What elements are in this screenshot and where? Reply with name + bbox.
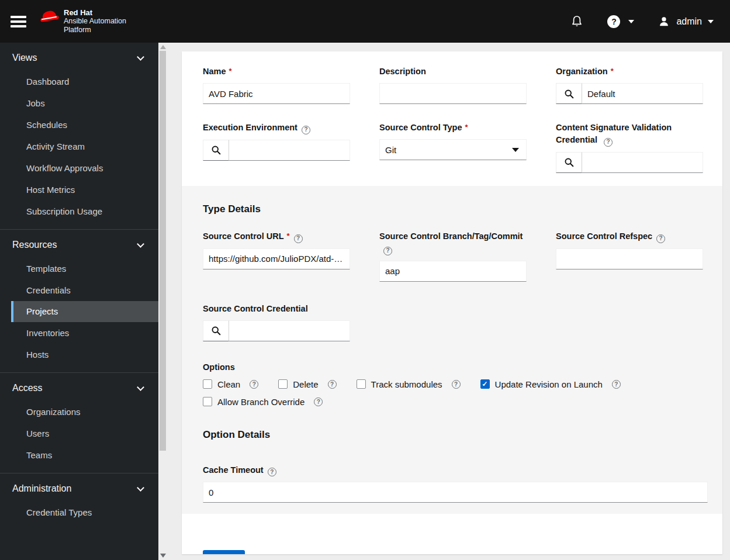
scrollbar-thumb[interactable] xyxy=(160,51,166,451)
cache-timeout-field-group: Cache Timeout xyxy=(203,464,708,503)
track-submodules-checkbox-item[interactable]: Track submodules xyxy=(357,379,461,389)
organization-label: Organization* xyxy=(556,65,703,78)
nav-group-administration-header[interactable]: Administration xyxy=(0,473,158,502)
sidebar-item-workflow-approvals[interactable]: Workflow Approvals xyxy=(0,157,158,179)
help-icon[interactable] xyxy=(656,234,665,243)
checkbox[interactable] xyxy=(357,379,366,389)
cache-timeout-label: Cache Timeout xyxy=(203,464,708,477)
source-control-refspec-label: Source Control Refspec xyxy=(556,230,703,243)
checkbox[interactable] xyxy=(278,379,288,389)
scrollbar-up-arrow-icon[interactable] xyxy=(160,45,166,49)
execution-environment-search-button[interactable] xyxy=(203,140,229,161)
source-control-url-input[interactable] xyxy=(203,248,350,269)
sidebar-item-hosts[interactable]: Hosts xyxy=(0,344,158,365)
content-signature-credential-search-button[interactable] xyxy=(556,152,582,173)
update-revision-checkbox-item[interactable]: Update Revision on Launch xyxy=(480,379,621,389)
caret-down-icon xyxy=(512,148,519,152)
brand-line3: Platform xyxy=(64,26,126,34)
brand-line1: Red Hat xyxy=(64,8,126,17)
brand-logo: Red Hat Ansible Automation Platform xyxy=(40,8,126,34)
source-control-url-field-group: Source Control URL* xyxy=(203,230,350,269)
source-control-branch-input[interactable] xyxy=(379,261,527,282)
options-row-2: Allow Branch Override xyxy=(203,397,708,407)
sidebar-scrollbar[interactable] xyxy=(158,43,167,560)
help-icon[interactable] xyxy=(250,380,258,389)
nav-toggle-icon[interactable] xyxy=(11,13,26,30)
nav-group-views: Views Dashboard Jobs Schedules Activity … xyxy=(0,43,158,229)
content-signature-credential-input[interactable] xyxy=(582,152,703,173)
search-icon xyxy=(564,157,574,167)
clean-checkbox-item[interactable]: Clean xyxy=(203,379,258,389)
brand-text: Red Hat Ansible Automation Platform xyxy=(64,8,126,34)
sidebar-item-credential-types[interactable]: Credential Types xyxy=(0,502,158,523)
source-control-refspec-input[interactable] xyxy=(556,248,703,269)
sidebar-item-host-metrics[interactable]: Host Metrics xyxy=(0,179,158,201)
nav-group-label: Resources xyxy=(12,240,57,250)
nav-group-administration: Administration Credential Types xyxy=(0,473,158,530)
description-input[interactable] xyxy=(379,83,527,104)
nav-group-label: Administration xyxy=(12,483,71,494)
description-label: Description xyxy=(379,65,527,78)
nav-group-resources-header[interactable]: Resources xyxy=(0,230,158,258)
source-control-credential-input[interactable] xyxy=(229,320,350,341)
sidebar-item-schedules[interactable]: Schedules xyxy=(0,114,158,136)
save-button[interactable]: Save xyxy=(203,550,245,554)
chevron-down-icon xyxy=(137,383,144,391)
nav-group-label: Access xyxy=(12,383,43,393)
source-control-credential-field-group: Source Control Credential xyxy=(203,303,350,341)
question-circle-icon: ? xyxy=(607,15,620,28)
help-menu-button[interactable]: ? xyxy=(607,15,634,28)
source-control-refspec-field-group: Source Control Refspec xyxy=(556,230,703,269)
source-control-credential-search-button[interactable] xyxy=(203,320,229,341)
search-icon xyxy=(211,145,221,155)
help-icon[interactable] xyxy=(268,468,276,476)
delete-checkbox-item[interactable]: Delete xyxy=(278,379,336,389)
allow-branch-override-checkbox-item[interactable]: Allow Branch Override xyxy=(203,397,323,407)
required-asterisk: * xyxy=(287,231,290,240)
sidebar-item-inventories[interactable]: Inventories xyxy=(0,322,158,344)
organization-search-button[interactable] xyxy=(556,83,582,104)
checkbox[interactable] xyxy=(480,379,490,389)
sidebar-item-users[interactable]: Users xyxy=(0,423,158,444)
nav-group-access-header[interactable]: Access xyxy=(0,373,158,401)
checkbox[interactable] xyxy=(203,397,212,406)
help-icon[interactable] xyxy=(604,138,613,147)
help-icon[interactable] xyxy=(294,234,303,243)
scrollbar-down-arrow-icon[interactable] xyxy=(160,554,166,558)
checkbox[interactable] xyxy=(203,379,212,389)
sidebar-item-jobs[interactable]: Jobs xyxy=(0,92,158,114)
execution-environment-label: Execution Environment xyxy=(203,122,350,134)
search-icon xyxy=(564,89,574,99)
sidebar-item-templates[interactable]: Templates xyxy=(0,258,158,279)
source-control-branch-field-group: Source Control Branch/Tag/Commit xyxy=(379,230,527,282)
sidebar-item-activity-stream[interactable]: Activity Stream xyxy=(0,136,158,157)
project-edit-form-card: Name* Description Organization* xyxy=(182,51,722,554)
help-icon[interactable] xyxy=(383,247,392,255)
nav-group-views-header[interactable]: Views xyxy=(0,43,158,71)
sidebar-item-projects[interactable]: Projects xyxy=(11,301,158,322)
sidebar-item-dashboard[interactable]: Dashboard xyxy=(0,71,158,92)
sidebar-item-subscription-usage[interactable]: Subscription Usage xyxy=(0,201,158,222)
sidebar-item-teams[interactable]: Teams xyxy=(0,444,158,466)
source-control-credential-label: Source Control Credential xyxy=(203,303,350,315)
help-icon[interactable] xyxy=(314,397,323,406)
source-control-type-select[interactable]: Git xyxy=(379,139,527,160)
help-icon[interactable] xyxy=(328,380,337,389)
user-menu-button[interactable]: admin xyxy=(658,15,714,28)
search-icon xyxy=(211,326,221,336)
execution-environment-input[interactable] xyxy=(229,140,350,161)
notifications-button[interactable] xyxy=(570,15,584,29)
help-icon[interactable] xyxy=(612,380,621,389)
help-icon[interactable] xyxy=(452,380,461,389)
name-input[interactable] xyxy=(203,83,350,104)
checkbox-label: Update Revision on Launch xyxy=(495,379,603,389)
nav-group-resources: Resources Templates Credentials Projects… xyxy=(0,229,158,372)
chevron-down-icon xyxy=(708,20,714,23)
source-control-url-label: Source Control URL* xyxy=(203,230,350,243)
cache-timeout-input[interactable] xyxy=(203,482,708,503)
sidebar-item-organizations[interactable]: Organizations xyxy=(0,401,158,423)
sidebar-item-credentials[interactable]: Credentials xyxy=(0,279,158,301)
organization-input[interactable] xyxy=(582,83,703,104)
sidebar-nav: Views Dashboard Jobs Schedules Activity … xyxy=(0,43,158,560)
help-icon[interactable] xyxy=(302,126,310,134)
